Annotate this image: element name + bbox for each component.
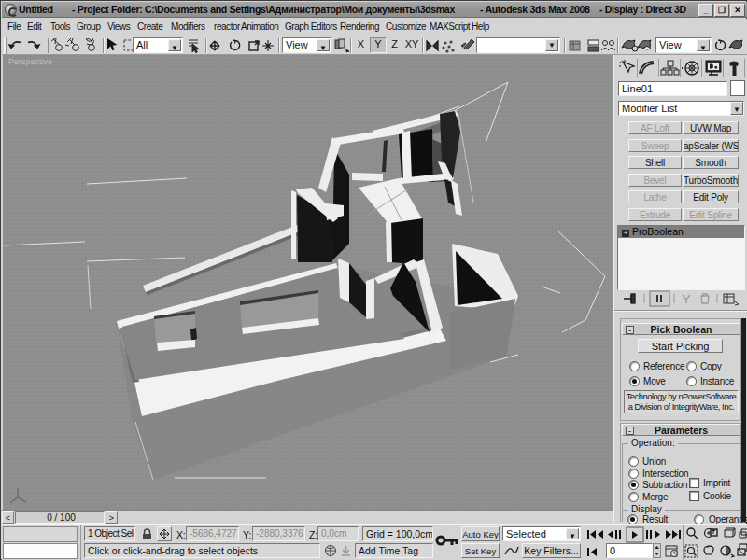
svg-text:Perspective: Perspective (8, 57, 52, 66)
